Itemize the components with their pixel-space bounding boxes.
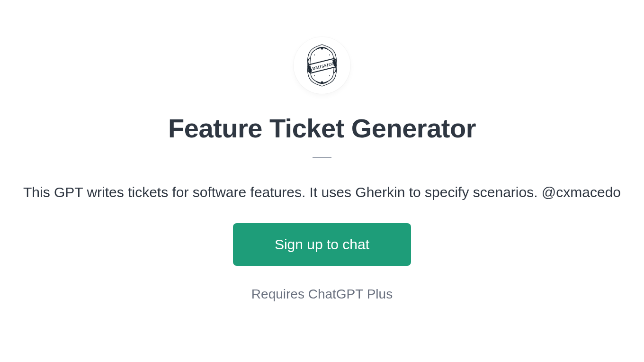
svg-point-6 xyxy=(329,54,330,55)
svg-point-1 xyxy=(321,81,323,83)
divider xyxy=(313,157,331,158)
svg-point-7 xyxy=(314,75,315,76)
description-text: This GPT writes tickets for software fea… xyxy=(23,184,621,200)
page-title: Feature Ticket Generator xyxy=(168,113,476,144)
svg-point-5 xyxy=(314,54,315,55)
requires-text: Requires ChatGPT Plus xyxy=(251,287,393,302)
sign-up-button[interactable]: Sign up to chat xyxy=(233,223,411,266)
svg-point-0 xyxy=(321,47,323,49)
admission-badge-icon: ADMISSION xyxy=(298,42,346,89)
logo-container: ADMISSION xyxy=(294,37,350,94)
svg-point-8 xyxy=(329,75,330,76)
